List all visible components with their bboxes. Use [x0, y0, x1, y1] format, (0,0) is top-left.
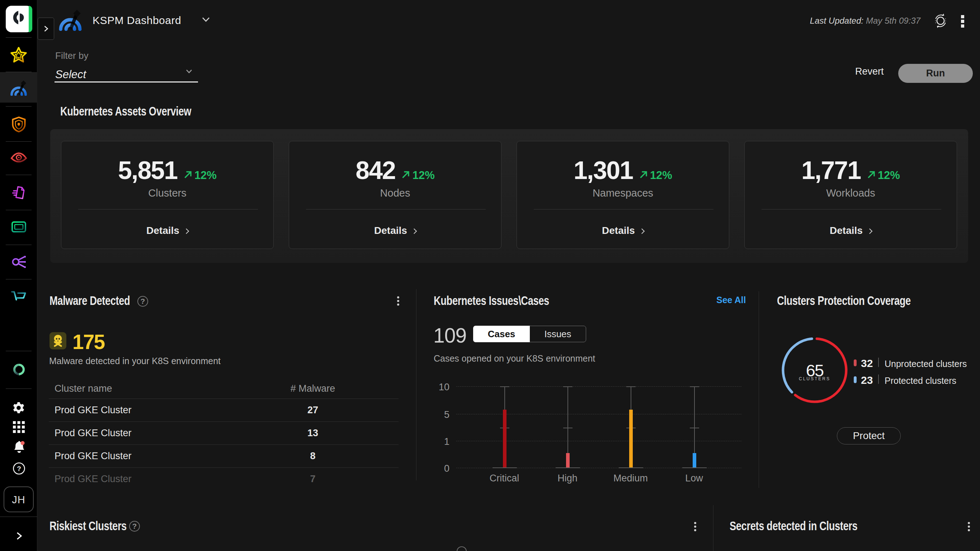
svg-text:?: ?: [17, 465, 21, 473]
svg-text:CLUSTERS: CLUSTERS: [799, 376, 830, 381]
